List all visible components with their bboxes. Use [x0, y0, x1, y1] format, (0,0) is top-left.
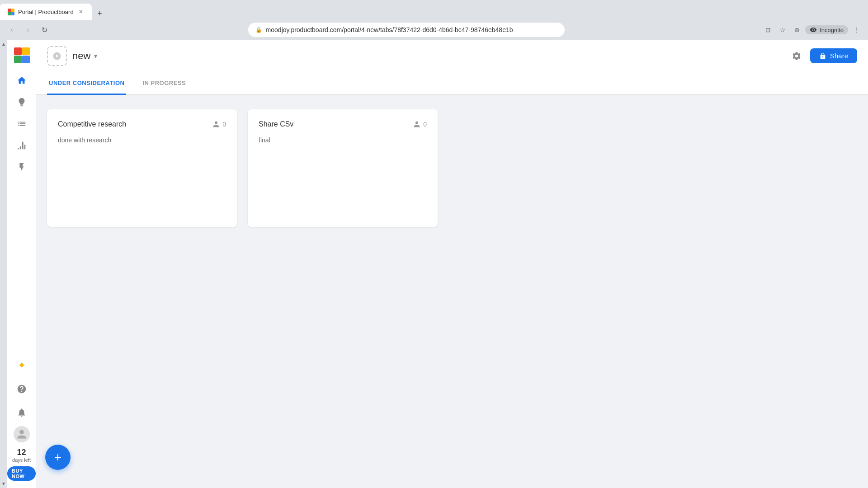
sidebar-item-sparkle[interactable]: ✦ [12, 356, 32, 375]
content-area: Competitive research 0 done with researc… [36, 95, 868, 488]
productboard-logo[interactable] [14, 47, 30, 63]
browser-actions: ⊡ ☆ ⊕ Incognito ⋮ [762, 23, 863, 36]
tab-close-button[interactable]: ✕ [77, 8, 85, 15]
sidebar-item-align[interactable] [12, 136, 32, 155]
card-1-header: Competitive research 0 [58, 120, 226, 128]
settings-button[interactable] [788, 48, 805, 64]
app-container: ▲ ▼ ✦ [0, 40, 868, 488]
add-icon: + [54, 450, 61, 465]
back-button[interactable]: ‹ [5, 23, 18, 36]
new-tab-button[interactable]: + [94, 7, 106, 20]
active-tab[interactable]: Portal | Productboard ✕ [0, 4, 92, 20]
share-button[interactable]: Share [810, 48, 857, 63]
tab-under-consideration[interactable]: UNDER CONSIDERATION [47, 72, 126, 95]
forward-button[interactable]: › [22, 23, 34, 36]
url-bar[interactable]: 🔒 moodjoy.productboard.com/portal/4-new/… [248, 23, 565, 37]
user-avatar[interactable] [14, 426, 30, 442]
card-2-vote-count: 0 [423, 121, 427, 128]
lock-icon: 🔒 [255, 27, 262, 33]
incognito-label: Incognito [820, 27, 844, 33]
svg-rect-0 [8, 9, 11, 12]
card-2-votes: 0 [413, 121, 427, 128]
address-bar: ‹ › ↻ 🔒 moodjoy.productboard.com/portal/… [0, 20, 868, 40]
svg-rect-7 [22, 56, 30, 63]
svg-rect-3 [11, 12, 14, 15]
scroll-up[interactable]: ▲ [1, 42, 6, 47]
sidebar-item-lightning[interactable] [12, 157, 32, 177]
svg-rect-6 [14, 56, 22, 63]
trial-days: 12 [12, 448, 31, 457]
scroll-down[interactable]: ▼ [1, 481, 6, 486]
trial-info: 12 days left [12, 448, 31, 463]
buy-now-button[interactable]: BUY NOW [7, 466, 36, 481]
sidebar-item-lightbulb[interactable] [12, 92, 32, 112]
reload-button[interactable]: ↻ [38, 23, 51, 36]
portal-icon [47, 46, 67, 66]
cast-icon[interactable]: ⊡ [762, 23, 774, 36]
svg-rect-4 [14, 47, 22, 55]
header-actions: Share [788, 48, 857, 64]
svg-rect-1 [11, 9, 14, 12]
feature-card-2[interactable]: Share CSv 0 final [248, 109, 438, 227]
card-1-votes: 0 [212, 121, 226, 128]
sidebar: ✦ 12 days left BUY NOW [7, 40, 36, 488]
tab-title: Portal | Productboard [18, 9, 74, 15]
portal-dropdown-icon[interactable]: ▾ [94, 52, 97, 60]
svg-rect-5 [22, 47, 30, 55]
card-1-title: Competitive research [58, 120, 126, 128]
svg-rect-2 [8, 12, 11, 15]
incognito-button[interactable]: Incognito [805, 25, 848, 34]
browser-chrome: Portal | Productboard ✕ + ‹ › ↻ 🔒 moodjo… [0, 0, 868, 40]
add-button[interactable]: + [45, 445, 71, 470]
main-content: new ▾ Share UNDER CONSIDERATION IN PROGR… [36, 40, 868, 488]
menu-dots[interactable]: ⋮ [850, 23, 863, 36]
cards-grid: Competitive research 0 done with researc… [47, 109, 857, 227]
scroll-area: ▲ ▼ [0, 40, 7, 488]
feature-card-1[interactable]: Competitive research 0 done with researc… [47, 109, 237, 227]
sidebar-item-help[interactable] [12, 379, 32, 399]
tabs-bar: UNDER CONSIDERATION IN PROGRESS [36, 72, 868, 95]
tab-favicon [7, 8, 14, 15]
share-label: Share [830, 52, 848, 60]
url-text: moodjoy.productboard.com/portal/4-new/ta… [266, 26, 513, 33]
sidebar-item-bell[interactable] [12, 403, 32, 422]
trial-label: days left [12, 457, 31, 463]
page-header: new ▾ Share [36, 40, 868, 72]
profile-icon[interactable]: ⊕ [791, 23, 803, 36]
sidebar-bottom: ✦ 12 days left BUY NOW [7, 356, 36, 481]
card-1-description: done with research [58, 136, 226, 145]
portal-title: new [72, 50, 90, 62]
sidebar-item-list[interactable] [12, 114, 32, 134]
tab-in-progress[interactable]: IN PROGRESS [141, 72, 188, 95]
tab-bar: Portal | Productboard ✕ + [0, 0, 868, 20]
sidebar-item-home[interactable] [12, 70, 32, 90]
card-2-title: Share CSv [259, 120, 293, 128]
card-1-vote-count: 0 [222, 121, 226, 128]
card-2-header: Share CSv 0 [259, 120, 427, 128]
bookmark-icon[interactable]: ☆ [776, 23, 789, 36]
card-2-description: final [259, 136, 427, 145]
